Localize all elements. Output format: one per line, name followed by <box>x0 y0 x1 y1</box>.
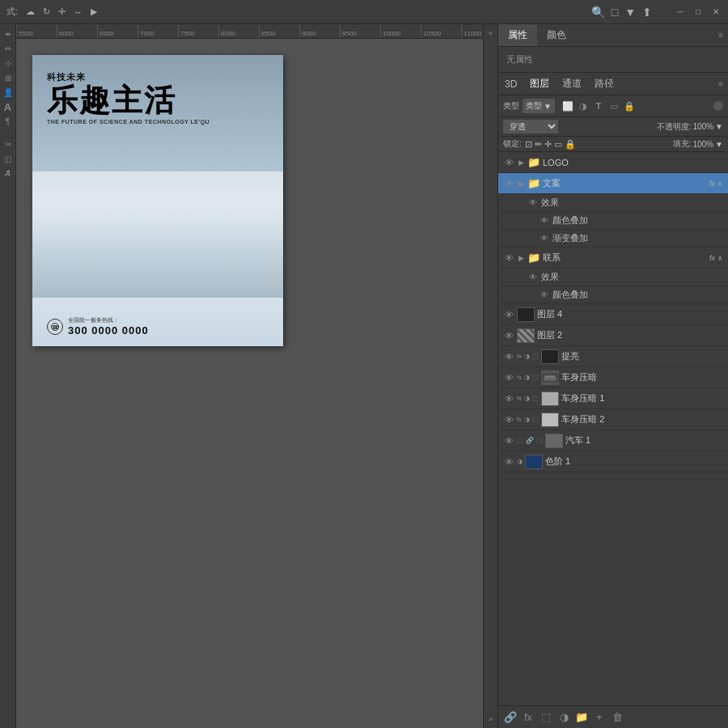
tool-grid-icon[interactable]: ⊞ <box>5 71 11 84</box>
lock-paint-icon[interactable]: ✏ <box>535 139 542 150</box>
lock-all-icon[interactable]: 🔒 <box>565 139 576 150</box>
new-layer-button[interactable]: + <box>592 710 607 725</box>
layer-visibility-raise[interactable]: 👁 <box>503 351 514 362</box>
tool-person-icon[interactable]: 👤 <box>3 86 13 99</box>
layer-visibility-shadow1[interactable]: 👁 <box>503 372 514 383</box>
layer-visibility-shadow2[interactable]: 👁 <box>503 393 514 404</box>
view-icon[interactable]: □ <box>612 6 618 19</box>
filter-text-icon[interactable]: T <box>592 99 605 112</box>
filter-adjust-icon[interactable]: ◑ <box>577 99 590 112</box>
tab-color[interactable]: 颜色 <box>537 24 576 46</box>
layer-item-layer4[interactable]: 👁 图层 4 <box>498 304 728 325</box>
effect-item-color-overlay-lianxi[interactable]: 👁 颜色叠加 <box>498 286 728 304</box>
layer-expand-wc[interactable]: ▶ <box>517 180 525 188</box>
tab-paths[interactable]: 路径 <box>588 73 620 95</box>
layer-item-shadow1[interactable]: 👁 fx ◑ ⬚ 车身压暗 <box>498 367 728 388</box>
fill-dropdown[interactable]: ▼ <box>715 140 723 149</box>
ruler-mark: 7000 <box>138 24 178 38</box>
layer-collapse-lianxi[interactable]: ∧ <box>717 254 723 262</box>
tool-type-icon[interactable]: A <box>5 167 11 180</box>
maximize-button[interactable]: □ <box>692 6 704 18</box>
link-layers-button[interactable]: 🔗 <box>503 710 518 725</box>
lock-artboard-icon[interactable]: ▭ <box>554 139 562 150</box>
video-icon[interactable]: ▶ <box>91 6 97 17</box>
layer-item-shadow3[interactable]: 👁 fx ◑ ⬚ 车身压暗 2 <box>498 409 728 430</box>
layer-item-layer2[interactable]: 👁 图层 2 <box>498 325 728 346</box>
effect-item-wc-effects[interactable]: 👁 效果 <box>498 194 728 212</box>
tool-pen-icon[interactable]: ✒ <box>5 28 11 40</box>
layer-collapse-wc[interactable]: ∧ <box>717 180 723 188</box>
layer-visibility-layer2[interactable]: 👁 <box>503 330 514 341</box>
minimize-button[interactable]: ─ <box>675 6 686 18</box>
effect-visibility-color-wc[interactable]: 👁 <box>539 215 550 226</box>
effect-name-color-lianxi: 颜色叠加 <box>552 289 588 301</box>
filter-pixel-icon[interactable]: ⬜ <box>561 99 574 112</box>
layer-item-logo[interactable]: 👁 ▶ 📁 LOGO <box>498 152 728 173</box>
effect-item-color-overlay-wc[interactable]: 👁 颜色叠加 <box>498 212 728 230</box>
layer-item-lianxi[interactable]: 👁 ▶ 📁 联系 fx ∧ <box>498 248 728 269</box>
transform-icon[interactable]: ↔ <box>74 7 83 17</box>
filter-type-dropdown[interactable]: 类型 ▼ <box>523 99 555 113</box>
add-mask-button[interactable]: ⬚ <box>539 710 553 725</box>
design-canvas: 科技未来 乐趣主活 THE FUTURE OF SCIENCE AND TECH… <box>32 55 283 346</box>
canvas-viewport[interactable]: 科技未来 乐趣主活 THE FUTURE OF SCIENCE AND TECH… <box>16 39 483 728</box>
lock-move-icon[interactable]: ✛ <box>544 139 552 150</box>
new-folder-button[interactable]: 📁 <box>574 710 589 725</box>
effect-item-grad-overlay-wc[interactable]: 👁 渐变叠加 <box>498 230 728 248</box>
tool-layer-icon[interactable]: ◫ <box>4 152 11 165</box>
effect-visibility-grad-wc[interactable]: 👁 <box>539 233 550 244</box>
cloud-icon[interactable]: ☁ <box>26 6 35 17</box>
more-icon[interactable]: ▼ <box>624 6 636 19</box>
layer-item-raise[interactable]: 👁 fx ◑ ⬚ 提亮 <box>498 346 728 367</box>
layer-visibility-lianxi[interactable]: 👁 <box>503 252 514 264</box>
tool-select-icon[interactable]: ⊹ <box>5 57 11 70</box>
tab-channels[interactable]: 通道 <box>556 73 588 95</box>
ruler-mark: 10500 <box>421 24 461 38</box>
tab-properties[interactable]: 属性 <box>498 24 537 46</box>
expand-right-button[interactable]: » <box>485 713 496 725</box>
effect-visibility-lianxi[interactable]: 👁 <box>527 272 539 283</box>
lock-transparency-icon[interactable]: ⊡ <box>525 139 532 150</box>
ruler-mark: 6500 <box>97 24 138 38</box>
effect-visibility-color-lianxi[interactable]: 👁 <box>539 290 550 301</box>
layer-visibility-shadow3[interactable]: 👁 <box>503 414 514 425</box>
close-button[interactable]: ✕ <box>710 6 722 18</box>
refresh-icon[interactable]: ↻ <box>43 6 50 17</box>
move-icon[interactable]: ✛ <box>58 6 66 17</box>
layer-expand-logo[interactable]: ▶ <box>517 159 525 167</box>
layer-expand-lianxi[interactable]: ▶ <box>517 254 525 262</box>
layer-visibility-layer4[interactable]: 👁 <box>503 309 514 320</box>
layer-item-wc[interactable]: 👁 ▶ 📁 文案 fx ∧ <box>498 173 728 194</box>
search-icon[interactable]: 🔍 <box>591 6 605 19</box>
ruler-mark: 9000 <box>299 24 340 38</box>
opacity-dropdown[interactable]: ▼ <box>715 122 723 131</box>
tool-brush-icon[interactable]: ✏ <box>5 42 11 55</box>
add-style-button[interactable]: fx <box>521 710 535 725</box>
filter-smart-icon[interactable]: 🔒 <box>623 99 636 112</box>
layer-visibility-colorgrade[interactable]: 👁 <box>503 456 514 468</box>
tool-para-icon[interactable]: ¶ <box>6 115 10 128</box>
layer-thumb-car1 <box>545 434 563 448</box>
tab-3d[interactable]: 3D <box>498 74 523 94</box>
tab-layers[interactable]: 图层 <box>523 73 556 95</box>
filter-shape-icon[interactable]: ▭ <box>607 99 620 112</box>
attr-panel-menu[interactable]: ≡ <box>713 28 728 43</box>
new-adjustment-button[interactable]: ◑ <box>557 710 571 725</box>
blend-mode-select[interactable]: 穿透 正常 正片叠底 <box>503 120 558 133</box>
share-icon[interactable]: ⬆ <box>642 6 652 19</box>
effect-visibility-wc[interactable]: 👁 <box>527 197 539 209</box>
layer-item-shadow2[interactable]: 👁 fx ◑ ⬚ 车身压暗 1 <box>498 388 728 409</box>
layer-visibility-logo[interactable]: 👁 <box>503 157 514 168</box>
collapse-right-button[interactable]: « <box>485 28 496 39</box>
tool-panel: ✒ ✏ ⊹ ⊞ 👤 A ¶ ✂ ◫ A <box>0 24 16 728</box>
layer-visibility-car1[interactable]: 👁 <box>503 435 514 447</box>
layers-list[interactable]: 👁 ▶ 📁 LOGO 👁 ▶ 📁 文案 fx ∧ 👁 效果 <box>498 152 728 705</box>
layer-item-car1[interactable]: 👁 ⬚ 🔗 ⬚ 汽车 1 <box>498 430 728 451</box>
layers-panel-menu[interactable]: ≡ <box>713 76 728 91</box>
tool-text-icon[interactable]: A <box>4 100 11 113</box>
tool-scissors-icon[interactable]: ✂ <box>5 138 11 150</box>
layer-visibility-wc[interactable]: 👁 <box>503 178 514 189</box>
delete-layer-button[interactable]: 🗑 <box>610 710 624 725</box>
layer-item-colorgrade[interactable]: 👁 ◑ 色阶 1 <box>498 451 728 472</box>
effect-item-lianxi-effects[interactable]: 👁 效果 <box>498 269 728 286</box>
